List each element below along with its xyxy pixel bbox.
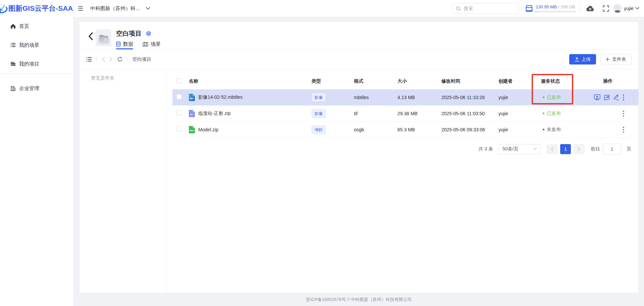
org-chevron-down-icon[interactable] [146,7,150,10]
service-status: 已发布 [537,94,588,100]
edit-icon[interactable] [613,94,619,100]
more-actions-icon[interactable] [623,127,624,133]
app-logo: 图新GIS云平台-SAAS [0,0,73,17]
storage-total: 200 GB [560,4,575,9]
separator [581,6,581,11]
preview-icon[interactable] [594,94,600,100]
toolbar: 空白项目 上传 文件夹 [79,49,638,69]
home-icon [10,23,16,29]
footer-text: 苏ICP备16002578号-7 中科图新（苏州）科技有限公司 [306,297,412,303]
col-header-modified: 修改时间 [437,78,494,84]
gear-icon[interactable] [146,31,151,36]
col-header-format: 格式 [350,78,393,84]
table-row[interactable]: MBT 影像14-02-52.mbtiles 影像 mbtiles 4.13 M… [172,89,638,105]
refresh-icon[interactable] [117,57,122,62]
file-type-icon-tif: TIF [189,110,195,117]
goto-page-input[interactable] [603,144,621,155]
menu-fold-icon[interactable] [78,6,83,11]
row-checkbox[interactable] [176,110,182,116]
file-name[interactable]: 临淮站-正射.zip [198,111,230,117]
table-row[interactable]: OSGB Model.zip 倾斜 osgb 65.3 MB 2025-05-0… [172,122,638,138]
file-modified: 2025-05-06 09:33:06 [437,127,494,132]
status-dot [543,129,544,130]
sidebar: 图新GIS云平台-SAAS 首页 我的场景 [0,0,74,306]
project-title: 空白项目 [116,29,142,38]
file-modified: 2025-05-06 11:10:28 [437,95,494,100]
breadcrumb[interactable]: 空白项目 [132,56,151,62]
select-all-checkbox[interactable] [176,78,182,84]
sidebar-item-home[interactable]: 首页 [0,17,73,36]
map-icon [143,42,148,47]
pagination: 共 3 条 50条/页 1 前往 页 [172,143,638,155]
storage-used: 130.95 MB [536,4,557,9]
topbar: 中科图新（苏州）科... 130.95 [74,0,644,17]
folder-pane: 暂无文件夹 [79,69,166,293]
row-checkbox[interactable] [176,126,182,132]
file-table: 名称 类型 格式 大小 修改时间 创建者 服务状态 操作 [166,69,638,293]
pagination-total: 共 3 条 [478,146,493,152]
file-format: osgb [350,127,393,132]
row-checkbox[interactable] [176,94,182,99]
file-creator: yujie [494,111,537,116]
upload-button[interactable]: 上传 [569,54,596,64]
empty-folders-text: 暂无文件夹 [91,75,114,81]
project-thumbnail [96,29,111,46]
service-status: 未发布 [537,127,588,133]
separator [96,57,97,62]
search-input[interactable] [464,6,511,11]
search-input-wrap [452,3,519,14]
list-view-icon[interactable] [87,57,92,61]
scenes-icon [10,42,16,48]
back-icon[interactable] [88,32,93,40]
database-icon [116,41,121,47]
storage-indicator: 130.95 MB / 200 GB [522,4,577,12]
fullscreen-icon[interactable] [603,5,609,12]
table-header-row: 名称 类型 格式 大小 修改时间 创建者 服务状态 操作 [172,73,638,89]
file-size: 65.3 MB [393,127,437,132]
svg-text:OSGB: OSGB [189,130,194,131]
type-badge: 倾斜 [312,125,326,134]
file-name[interactable]: Model.zip [198,127,218,132]
svg-text:MBT: MBT [190,97,194,99]
file-name[interactable]: 影像14-02-52.mbtiles [198,94,243,100]
sidebar-item-scenes[interactable]: 我的场景 [0,36,73,54]
col-header-name: 名称 [185,78,308,84]
type-badge: 影像 [312,93,326,102]
nav-back-icon[interactable] [102,57,105,62]
more-actions-icon[interactable] [623,94,624,100]
storage-slash: / [558,4,559,9]
sidebar-item-enterprise[interactable]: 企业管理 [0,79,73,98]
status-dot [543,113,544,114]
more-actions-icon[interactable] [623,111,624,117]
prev-page-button[interactable] [546,144,558,154]
file-size: 4.13 MB [393,95,437,100]
project-header: 空白项目 数据 [79,22,638,49]
file-type-icon-osgb: OSGB [189,126,195,133]
publish-icon[interactable] [604,94,610,100]
tab-data[interactable]: 数据 [116,39,133,49]
avatar[interactable] [613,4,622,13]
projects-icon [10,61,16,67]
cloud-upload-icon[interactable] [586,5,594,12]
tab-scenes[interactable]: 场景 [143,39,161,49]
storage-progress-bar [536,11,576,12]
user-chevron-down-icon[interactable] [635,7,639,10]
col-header-creator: 创建者 [494,78,537,84]
user-name[interactable]: yujie [624,6,634,11]
search-icon [456,6,461,11]
table-row[interactable]: TIF 临淮站-正射.zip 影像 tif 29.38 MB 2025-05-0… [172,105,638,122]
file-size: 29.38 MB [393,111,437,116]
current-page-button[interactable]: 1 [560,144,571,154]
page-footer: 苏ICP备16002578号-7 中科图新（苏州）科技有限公司 [74,293,644,306]
next-page-button[interactable] [573,144,585,154]
org-name[interactable]: 中科图新（苏州）科... [90,5,140,12]
type-badge: 影像 [312,109,326,118]
nav-forward-icon[interactable] [109,57,112,62]
page-size-select[interactable]: 50条/页 [498,144,541,154]
logo-atom-icon [0,2,8,14]
col-header-type: 类型 [308,78,350,84]
sidebar-item-projects[interactable]: 我的项目 [0,54,73,73]
new-folder-button[interactable]: 文件夹 [600,54,632,64]
col-header-status: 服务状态 [537,78,588,84]
file-creator: yujie [494,127,537,132]
